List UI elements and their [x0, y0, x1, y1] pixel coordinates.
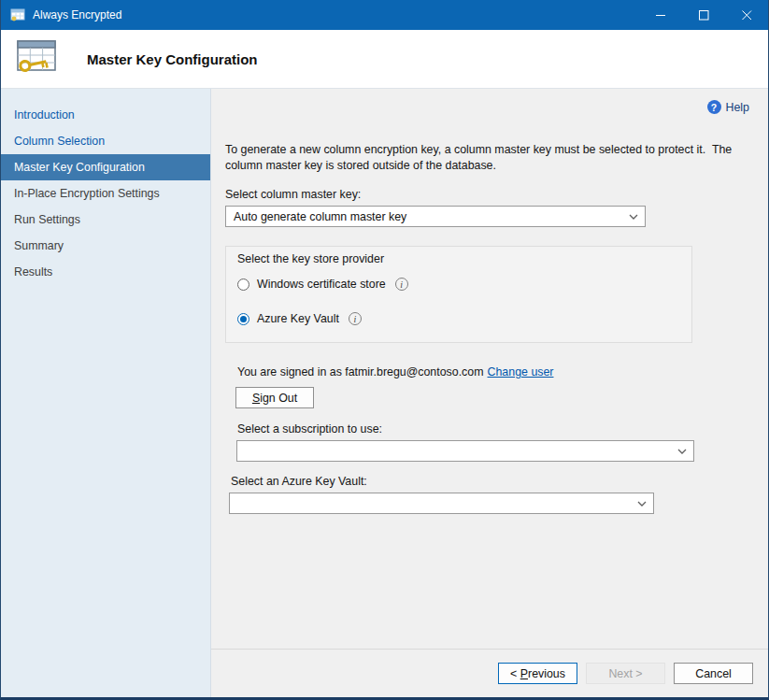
title-bar: Always Encrypted: [1, 0, 768, 30]
key-store-provider-group: Select the key store provider Windows ce…: [225, 246, 692, 343]
key-store-provider-title: Select the key store provider: [237, 252, 680, 265]
sidebar-item-summary[interactable]: Summary: [1, 233, 210, 259]
dialog-body: Introduction Column Selection Master Key…: [1, 89, 768, 697]
radio-selected-icon: [237, 313, 249, 325]
app-icon: [10, 7, 25, 22]
maximize-button[interactable]: [682, 0, 725, 30]
wizard-steps-sidebar: Introduction Column Selection Master Key…: [1, 89, 211, 697]
chevron-down-icon: [677, 449, 687, 454]
window-controls: [639, 0, 768, 30]
signed-in-text: You are signed in as fatmir.bregu@contos…: [237, 365, 484, 379]
page-title: Master Key Configuration: [87, 51, 258, 67]
always-encrypted-dialog: Always Encrypted: [0, 0, 769, 700]
table-key-icon: [14, 39, 59, 79]
close-icon: [742, 10, 752, 21]
info-icon[interactable]: i: [349, 312, 362, 325]
radio-dot: [240, 316, 247, 322]
sidebar-item-master-key-configuration[interactable]: Master Key Configuration: [1, 154, 210, 180]
radio-unselected-icon: [237, 279, 249, 291]
key-vault-label: Select an Azure Key Vault:: [231, 475, 749, 488]
chevron-down-icon: [637, 501, 647, 507]
sidebar-item-column-selection[interactable]: Column Selection: [1, 128, 210, 154]
sidebar-item-results[interactable]: Results: [1, 259, 210, 285]
main-column: ? Help To generate a new column encrypti…: [211, 89, 768, 697]
sign-out-button[interactable]: Sign Out: [235, 387, 314, 408]
change-user-link[interactable]: Change user: [488, 365, 554, 379]
main-content: ? Help To generate a new column encrypti…: [211, 89, 768, 649]
sidebar-item-run-settings[interactable]: Run Settings: [1, 207, 210, 233]
sidebar-item-in-place-encryption-settings[interactable]: In-Place Encryption Settings: [1, 180, 210, 207]
key-vault-dropdown[interactable]: [229, 493, 654, 514]
radio-windows-certificate-store[interactable]: Windows certificate store i: [237, 278, 680, 291]
minimize-button[interactable]: [639, 0, 682, 30]
help-icon: ?: [707, 100, 721, 114]
radio-windows-certificate-store-label: Windows certificate store: [257, 278, 386, 291]
help-label: Help: [726, 101, 749, 114]
master-key-label: Select column master key:: [225, 188, 749, 201]
radio-azure-key-vault-label: Azure Key Vault: [257, 312, 339, 325]
wizard-header: Master Key Configuration: [1, 30, 768, 89]
sidebar-item-introduction[interactable]: Introduction: [1, 102, 210, 128]
signed-in-status: You are signed in as fatmir.bregu@contos…: [237, 365, 749, 379]
cancel-button[interactable]: Cancel: [674, 663, 753, 684]
master-key-dropdown[interactable]: Auto generate column master key: [225, 206, 646, 227]
subscription-dropdown[interactable]: [236, 440, 694, 462]
maximize-icon: [699, 10, 709, 21]
chevron-down-icon: [629, 214, 638, 220]
radio-azure-key-vault[interactable]: Azure Key Vault i: [237, 312, 680, 325]
intro-text: To generate a new column encryption key,…: [225, 142, 748, 173]
help-link[interactable]: ? Help: [225, 100, 749, 114]
info-icon[interactable]: i: [395, 278, 408, 291]
minimize-icon: [656, 10, 666, 21]
wizard-footer: < Previous Next > Cancel: [211, 649, 768, 697]
close-button[interactable]: [725, 0, 768, 30]
master-key-dropdown-value: Auto generate column master key: [234, 210, 406, 223]
previous-button[interactable]: < Previous: [498, 663, 577, 684]
window-title: Always Encrypted: [33, 8, 121, 21]
next-button[interactable]: Next >: [586, 663, 665, 684]
subscription-label: Select a subscription to use:: [237, 422, 749, 436]
